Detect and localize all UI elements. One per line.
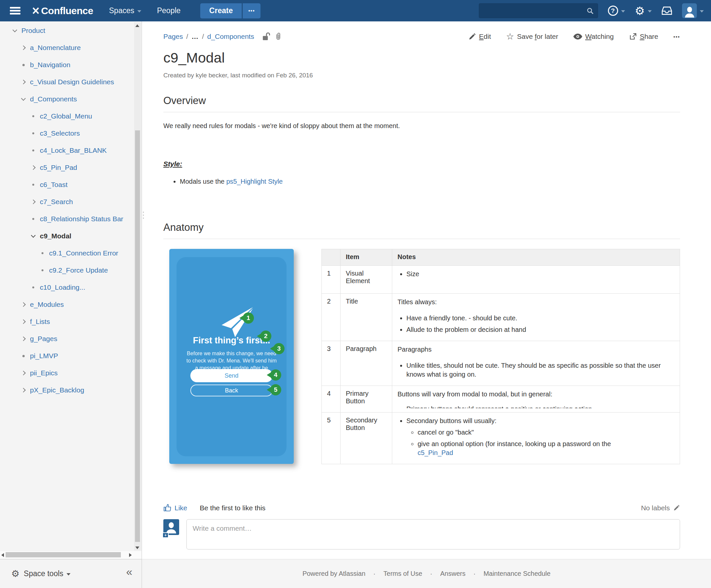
page-title: c9_Modal: [163, 50, 680, 66]
hamburger-menu-icon[interactable]: [10, 7, 20, 15]
chevron-right-icon[interactable]: [20, 80, 26, 84]
workbox-notifications[interactable]: [662, 6, 672, 15]
nav-spaces[interactable]: Spaces: [109, 6, 141, 15]
bullet-icon: [30, 132, 36, 134]
help-menu[interactable]: ?: [608, 6, 625, 16]
like-button[interactable]: Like: [175, 504, 187, 512]
watching-button[interactable]: Watching: [573, 32, 614, 41]
search-input[interactable]: [483, 6, 586, 15]
sidebar-item-pii-epics[interactable]: pii_Epics: [0, 365, 142, 382]
bullet-icon: [30, 184, 36, 186]
overview-paragraph: We really need rules for modals - we're …: [163, 122, 680, 130]
chevron-right-icon[interactable]: [20, 371, 26, 375]
sidebar-item-label: c2_Global_Menu: [40, 112, 92, 120]
sidebar-item-label: c3_Selectors: [40, 129, 80, 137]
table-row: 5 Secondary Button Secondary buttons wil…: [322, 413, 680, 464]
space-tools-button[interactable]: Space tools: [24, 569, 63, 578]
breadcrumb-pages[interactable]: Pages: [163, 32, 183, 41]
paperclip-icon[interactable]: [275, 32, 282, 41]
sidebar-item-c4-lock-bar-blank[interactable]: c4_Lock_Bar_BLANK: [0, 142, 142, 159]
ps5-highlight-style-link[interactable]: ps5_Highlight Style: [226, 178, 283, 185]
chevron-right-icon[interactable]: [30, 200, 36, 203]
settings-menu[interactable]: ⚙: [635, 5, 652, 17]
anonymous-avatar: +: [163, 519, 179, 535]
sidebar-horizontal-scrollbar[interactable]: [0, 551, 142, 559]
create-button[interactable]: Create: [200, 3, 242, 18]
scroll-right-icon[interactable]: [129, 553, 132, 557]
sidebar-item-c9-2-force-update[interactable]: c9.2_Force Update: [0, 262, 142, 279]
chevron-down-icon: [700, 10, 704, 13]
sidebar-vertical-scrollbar[interactable]: [134, 22, 141, 550]
sidebar-item-c6-toast[interactable]: c6_Toast: [0, 176, 142, 193]
more-actions-button[interactable]: •••: [673, 34, 680, 40]
share-button[interactable]: Share: [629, 32, 658, 41]
scroll-up-icon[interactable]: [135, 24, 139, 27]
sidebar-item-g-pages[interactable]: g_Pages: [0, 330, 142, 347]
chevron-right-icon[interactable]: [30, 166, 36, 169]
sidebar-item-e-modules[interactable]: e_Modules: [0, 296, 142, 313]
collapse-sidebar-button[interactable]: «: [126, 565, 132, 578]
chevron-right-icon[interactable]: [20, 320, 26, 323]
breadcrumb-d-components[interactable]: d_Components: [207, 32, 254, 41]
chevron-right-icon[interactable]: [20, 303, 26, 306]
comment-input[interactable]: [187, 519, 680, 549]
nav-people[interactable]: People: [157, 6, 181, 15]
sidebar-item-label: Product: [21, 27, 45, 35]
user-avatar: [682, 3, 697, 18]
scroll-left-icon[interactable]: [1, 553, 4, 557]
sidebar-item-c9-1-connection-error[interactable]: c9.1_Connection Error: [0, 245, 142, 262]
terms-of-use-link[interactable]: Terms of Use: [383, 570, 422, 578]
save-for-later-button[interactable]: ☆ Save for later: [506, 32, 558, 41]
sidebar-item-c3-selectors[interactable]: c3_Selectors: [0, 125, 142, 142]
edit-button[interactable]: Edit: [468, 32, 491, 41]
chevron-down-icon[interactable]: [12, 30, 18, 31]
page-tree-sidebar: Producta_Nomenclatureb_Navigationc_Visua…: [0, 21, 142, 588]
sidebar-item-c-visual-design-guidelines[interactable]: c_Visual Design Guidelines: [0, 73, 142, 90]
eye-icon: [573, 34, 582, 40]
sidebar-item-c5-pin-pad[interactable]: c5_Pin_Pad: [0, 159, 142, 176]
chevron-down-icon: [648, 10, 652, 13]
sidebar-item-c7-search[interactable]: c7_Search: [0, 193, 142, 210]
sidebar-item-a-nomenclature[interactable]: a_Nomenclature: [0, 39, 142, 56]
annotation-badge-1: 1: [243, 312, 254, 324]
modal-mockup-image[interactable]: First thing’s first... Before we make th…: [169, 249, 294, 464]
sidebar-item-b-navigation[interactable]: b_Navigation: [0, 56, 142, 73]
scroll-down-icon[interactable]: [135, 546, 139, 549]
confluence-logo[interactable]: ✕ Confluence: [31, 5, 93, 17]
unlock-icon[interactable]: [262, 32, 270, 41]
chevron-right-icon[interactable]: [20, 46, 26, 49]
sidebar-item-d-components[interactable]: d_Components: [0, 90, 142, 108]
user-menu[interactable]: [682, 3, 704, 18]
thumbs-up-icon[interactable]: [163, 504, 172, 512]
sidebar-item-f-lists[interactable]: f_Lists: [0, 313, 142, 330]
answers-link[interactable]: Answers: [440, 570, 466, 578]
nav-people-label: People: [157, 6, 181, 15]
create-more-button[interactable]: •••: [243, 3, 260, 18]
sidebar-item-px-epic-backlog[interactable]: pX_Epic_Backlog: [0, 382, 142, 399]
header-search-box[interactable]: [479, 3, 598, 18]
sidebar-item-c10-loading[interactable]: c10_Loading...: [0, 279, 142, 296]
powered-by-atlassian-link[interactable]: Powered by Atlassian: [302, 570, 365, 578]
sidebar-item-pi-lmvp[interactable]: pi_LMVP: [0, 347, 142, 365]
gear-icon: ⚙: [635, 5, 645, 17]
maintenance-schedule-link[interactable]: Maintenance Schedule: [483, 570, 550, 578]
sidebar-item-c2-global-menu[interactable]: c2_Global_Menu: [0, 108, 142, 125]
horizontal-scroll-thumb[interactable]: [6, 552, 121, 558]
sidebar-item-label: a_Nomenclature: [30, 44, 81, 52]
sidebar-item-c9-modal[interactable]: c9_Modal: [0, 227, 142, 245]
sidebar-item-label: c7_Search: [40, 198, 73, 206]
chevron-down-icon[interactable]: [30, 235, 36, 237]
column-header-blank: [322, 249, 341, 266]
no-labels-text: No labels: [641, 504, 670, 512]
edit-labels-pencil-icon[interactable]: [673, 504, 680, 511]
chevron-right-icon[interactable]: [20, 337, 26, 341]
page-content: Pages / … / d_Components Edit: [142, 21, 711, 559]
vertical-scroll-thumb[interactable]: [135, 130, 140, 542]
c5-pin-pad-link[interactable]: c5_Pin_Pad: [417, 449, 453, 456]
breadcrumb-ellipsis[interactable]: …: [191, 32, 199, 41]
sidebar-item-product[interactable]: Product: [0, 22, 142, 39]
sidebar-item-c8-relationship-status-bar[interactable]: c8_Relationship Status Bar: [0, 210, 142, 227]
chevron-right-icon[interactable]: [20, 389, 26, 392]
sidebar-resize-handle[interactable]: [143, 212, 144, 219]
chevron-down-icon[interactable]: [20, 98, 26, 100]
